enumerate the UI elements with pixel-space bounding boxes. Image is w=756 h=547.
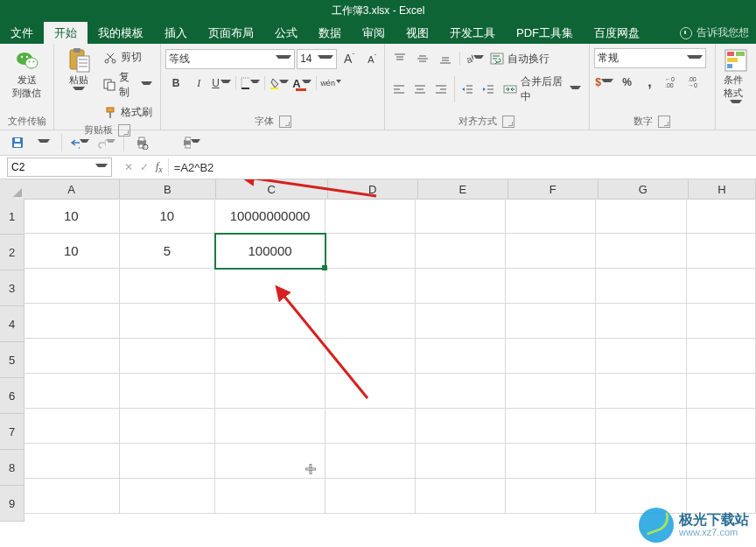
menu-公式[interactable]: 公式 bbox=[264, 22, 308, 44]
cell-F3[interactable] bbox=[506, 269, 596, 304]
cell-E2[interactable] bbox=[416, 234, 506, 269]
cell-D6[interactable] bbox=[326, 374, 416, 409]
cell-E6[interactable] bbox=[416, 374, 506, 409]
italic-button[interactable]: I bbox=[188, 73, 209, 94]
cell-D2[interactable] bbox=[326, 234, 416, 269]
currency-button[interactable]: $ bbox=[594, 72, 615, 93]
cell-F9[interactable] bbox=[506, 479, 596, 514]
conditional-format-button[interactable]: 条件格式 bbox=[720, 46, 752, 109]
align-center-button[interactable] bbox=[410, 79, 430, 100]
tell-me[interactable]: 告诉我您想 bbox=[673, 22, 756, 44]
number-format-combo[interactable]: 常规 bbox=[594, 48, 706, 68]
cell-C5[interactable] bbox=[215, 339, 326, 374]
cell-H7[interactable] bbox=[687, 409, 756, 444]
cell-C1[interactable]: 10000000000 bbox=[215, 199, 326, 234]
cell-F7[interactable] bbox=[506, 409, 596, 444]
formula-input[interactable]: =A2^B2 bbox=[168, 158, 756, 176]
comma-button[interactable]: , bbox=[640, 72, 661, 93]
align-top-button[interactable] bbox=[389, 48, 410, 69]
cell-A2[interactable]: 10 bbox=[24, 234, 120, 269]
cell-A7[interactable] bbox=[24, 409, 120, 444]
decrease-indent-button[interactable] bbox=[458, 79, 478, 100]
merge-center-button[interactable]: 合并后居中 bbox=[500, 73, 584, 106]
undo-button[interactable] bbox=[69, 132, 90, 153]
cell-E4[interactable] bbox=[416, 304, 506, 339]
cell-C3[interactable] bbox=[215, 269, 326, 304]
cell-C4[interactable] bbox=[215, 304, 326, 339]
cell-E8[interactable] bbox=[416, 444, 506, 479]
cell-B9[interactable] bbox=[120, 479, 216, 514]
cell-H1[interactable] bbox=[687, 199, 756, 234]
dialog-launcher-icon[interactable] bbox=[279, 116, 291, 128]
cell-B4[interactable] bbox=[120, 304, 216, 339]
dialog-launcher-icon[interactable] bbox=[118, 124, 130, 137]
cell-H2[interactable] bbox=[687, 234, 756, 269]
menu-插入[interactable]: 插入 bbox=[154, 22, 198, 44]
cell-F5[interactable] bbox=[506, 339, 596, 374]
align-right-button[interactable] bbox=[431, 79, 451, 100]
row-header-7[interactable]: 7 bbox=[0, 414, 24, 450]
orientation-button[interactable]: ab bbox=[464, 48, 485, 69]
cell-F8[interactable] bbox=[506, 444, 596, 479]
fill-color-button[interactable] bbox=[269, 73, 290, 94]
font-size-combo[interactable]: 14 bbox=[297, 49, 337, 69]
underline-button[interactable]: U bbox=[211, 73, 232, 94]
cell-G4[interactable] bbox=[596, 304, 686, 339]
select-all-corner[interactable] bbox=[0, 179, 24, 200]
font-name-combo[interactable]: 等线 bbox=[165, 49, 295, 69]
border-button[interactable] bbox=[240, 73, 261, 94]
row-header-1[interactable]: 1 bbox=[0, 199, 24, 235]
menu-页面布局[interactable]: 页面布局 bbox=[198, 22, 264, 44]
cell-B5[interactable] bbox=[120, 339, 216, 374]
column-header-B[interactable]: B bbox=[120, 179, 216, 199]
qat-dropdown[interactable] bbox=[33, 132, 54, 153]
cell-G7[interactable] bbox=[596, 409, 686, 444]
cell-B2[interactable]: 5 bbox=[120, 234, 216, 269]
redo-button[interactable] bbox=[95, 132, 116, 153]
cell-D5[interactable] bbox=[326, 339, 416, 374]
column-header-E[interactable]: E bbox=[418, 179, 508, 199]
cell-E1[interactable] bbox=[416, 199, 506, 234]
cut-button[interactable]: 剪切 bbox=[100, 48, 156, 67]
cell-F4[interactable] bbox=[506, 304, 596, 339]
cell-C2[interactable]: 100000 bbox=[215, 234, 326, 269]
cell-F1[interactable] bbox=[506, 199, 596, 234]
row-header-9[interactable]: 9 bbox=[0, 486, 24, 522]
cell-A9[interactable] bbox=[24, 479, 120, 514]
column-header-G[interactable]: G bbox=[598, 179, 689, 199]
cell-D7[interactable] bbox=[326, 409, 416, 444]
increase-font-button[interactable]: Aˆ bbox=[339, 48, 360, 69]
menu-文件[interactable]: 文件 bbox=[0, 22, 44, 44]
cell-G6[interactable] bbox=[596, 374, 686, 409]
menu-视图[interactable]: 视图 bbox=[396, 22, 439, 44]
decrease-decimal-button[interactable]: .00→0 bbox=[685, 72, 706, 93]
cell-A8[interactable] bbox=[24, 444, 120, 479]
increase-decimal-button[interactable]: ←0.00 bbox=[662, 72, 683, 93]
cell-H8[interactable] bbox=[687, 444, 756, 479]
cell-B7[interactable] bbox=[120, 409, 216, 444]
phonetic-button[interactable]: wén bbox=[320, 73, 341, 94]
align-middle-button[interactable] bbox=[412, 48, 433, 69]
column-header-C[interactable]: C bbox=[216, 179, 328, 199]
row-header-8[interactable]: 8 bbox=[0, 450, 24, 486]
cell-D3[interactable] bbox=[326, 269, 416, 304]
row-header-6[interactable]: 6 bbox=[0, 378, 24, 414]
column-header-H[interactable]: H bbox=[689, 179, 756, 199]
paste-button[interactable]: 粘贴 bbox=[59, 46, 98, 95]
cell-H6[interactable] bbox=[687, 374, 756, 409]
cell-D9[interactable] bbox=[326, 479, 416, 514]
row-header-4[interactable]: 4 bbox=[0, 306, 24, 342]
align-left-button[interactable] bbox=[389, 79, 409, 100]
bold-button[interactable]: B bbox=[165, 73, 186, 94]
cell-B6[interactable] bbox=[120, 374, 216, 409]
cell-E3[interactable] bbox=[416, 269, 506, 304]
dialog-launcher-icon[interactable] bbox=[502, 116, 514, 128]
font-color-button[interactable]: A bbox=[291, 73, 312, 94]
wrap-text-button[interactable]: 自动换行 bbox=[486, 50, 553, 68]
cell-C7[interactable] bbox=[215, 409, 326, 444]
row-header-3[interactable]: 3 bbox=[0, 270, 24, 306]
cell-E5[interactable] bbox=[416, 339, 506, 374]
cell-D8[interactable] bbox=[326, 444, 416, 479]
menu-开始[interactable]: 开始 bbox=[44, 22, 88, 44]
align-bottom-button[interactable] bbox=[435, 48, 456, 69]
